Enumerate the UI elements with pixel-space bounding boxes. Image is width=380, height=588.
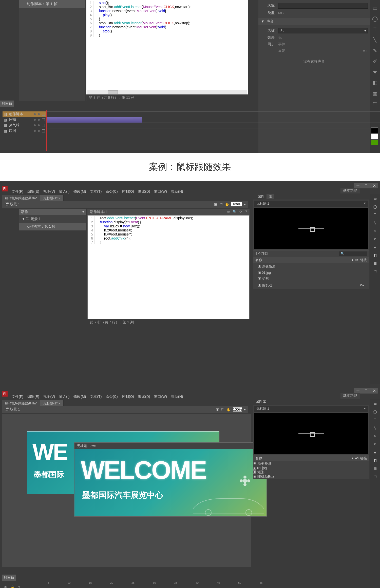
panel-tab[interactable]: 库 xyxy=(262,400,266,404)
library-item[interactable]: ▣ 矩形 xyxy=(253,470,369,475)
library-item[interactable]: ▣ 随机动Box xyxy=(253,282,369,289)
help-icon[interactable]: ? xyxy=(245,210,247,214)
tool-icon[interactable]: ★ xyxy=(373,450,377,454)
zoom-input[interactable]: 100% xyxy=(233,407,242,411)
tool-icon[interactable]: ╲ xyxy=(374,426,376,430)
tool-icon[interactable]: ◧ xyxy=(373,253,377,257)
sync-value[interactable]: 事件 xyxy=(278,42,285,47)
menu-item[interactable]: 控制(O) xyxy=(120,394,136,400)
menu-item[interactable]: 控制(O) xyxy=(120,189,136,194)
code-area[interactable]: 1 root.addEventListener(Event.ENTER_FRAM… xyxy=(87,215,250,319)
tool-icon[interactable]: T xyxy=(374,213,376,217)
library-item[interactable]: ▣ 矩形 xyxy=(253,276,369,282)
workspace-select[interactable]: 基本功能 xyxy=(340,188,360,193)
panel-tab[interactable]: 属性 xyxy=(255,194,267,199)
tool-icon[interactable]: ▦ xyxy=(372,90,378,96)
timeline-tracks[interactable] xyxy=(46,111,380,134)
hand-icon[interactable]: ✋ xyxy=(225,202,229,206)
edit-scene-icon[interactable]: ▣ xyxy=(214,202,217,206)
tween-region[interactable] xyxy=(46,117,142,123)
tool-icon[interactable]: T xyxy=(374,418,376,422)
menu-item[interactable]: 文件(F) xyxy=(10,394,25,400)
minimize-button[interactable]: ─ xyxy=(354,183,362,188)
edit-symbol-icon[interactable]: ⬚ xyxy=(219,202,223,206)
close-tree-icon[interactable]: ▾ xyxy=(82,210,84,214)
document-tab[interactable]: 无标题-1* × xyxy=(40,400,64,407)
menu-item[interactable]: 插入(I) xyxy=(58,189,71,194)
layer-row[interactable]: ▤动作脚本 xyxy=(3,111,46,117)
wrench-icon[interactable]: ⟳ xyxy=(239,210,242,214)
menu-item[interactable]: 帮助(H) xyxy=(169,189,184,194)
hand-icon[interactable]: ✋ xyxy=(226,407,231,411)
menu-item[interactable]: 编辑(E) xyxy=(26,189,41,194)
tool-icon[interactable]: ✐ xyxy=(373,442,376,446)
menu-item[interactable]: 命令(C) xyxy=(104,394,119,400)
library-item[interactable]: ▣ 随机动Box xyxy=(253,475,369,479)
type-value[interactable]: MC xyxy=(278,11,284,15)
menu-item[interactable]: 文本(T) xyxy=(88,394,103,400)
stage[interactable]: WE 墨都国际 无标题-1.swf ─ □ ✕ WELCOME 墨都国际汽车展览… xyxy=(2,414,251,567)
maximize-button[interactable]: □ xyxy=(362,388,370,394)
swf-preview-window[interactable]: 无标题-1.swf ─ □ ✕ WELCOME 墨都国际汽车展览中心 xyxy=(74,442,267,517)
tool-icon[interactable]: ▭ xyxy=(372,5,378,11)
panel-tab[interactable]: 库 xyxy=(267,194,274,199)
tree-scene[interactable]: ▾ 🎬 场景 1 xyxy=(19,215,86,223)
library-doc-select[interactable]: 无标题-1 ▾ xyxy=(254,201,368,207)
swatch-green[interactable] xyxy=(371,140,378,145)
tool-icon[interactable]: ★ xyxy=(373,245,377,249)
actionscript-editor[interactable]: 1 stop();2 start_Btn.addEventListener(Mo… xyxy=(86,0,248,101)
close-button[interactable]: ✕ xyxy=(370,388,378,394)
menu-item[interactable]: 调试(D) xyxy=(137,394,151,400)
timeline[interactable]: 时间轴 510152025303540455055 👁 🔒 □ xyxy=(2,575,251,588)
tool-icon[interactable]: ╲ xyxy=(374,221,376,225)
panel-tab[interactable]: 属性 xyxy=(255,400,262,404)
tool-icon[interactable]: ◯ xyxy=(373,410,377,414)
tool-icon[interactable]: ★ xyxy=(372,69,378,75)
lib-name-col[interactable]: 名称 xyxy=(255,456,262,461)
name-input[interactable] xyxy=(278,3,368,9)
zoom-input[interactable]: 100% xyxy=(231,202,242,206)
close-button[interactable]: ✕ xyxy=(370,183,378,188)
menu-item[interactable]: 视图(V) xyxy=(42,394,57,400)
lock-icon[interactable]: 🔒 xyxy=(11,585,14,588)
tool-icon[interactable]: ╲ xyxy=(372,37,378,43)
tool-icon[interactable]: ◯ xyxy=(373,205,377,209)
edit-scene-icon[interactable]: ▣ xyxy=(216,407,219,411)
tool-icon[interactable]: ✐ xyxy=(372,58,378,64)
tool-icon[interactable]: ⬚ xyxy=(372,101,378,107)
menu-item[interactable]: 命令(C) xyxy=(104,189,119,194)
library-item[interactable]: ▣ 渐变矩形 xyxy=(253,461,369,466)
menu-item[interactable]: 文本(T) xyxy=(88,189,103,194)
tool-icon[interactable]: ▭ xyxy=(373,402,377,406)
workspace-select[interactable]: 基本功能 xyxy=(340,393,360,399)
scene-name[interactable]: 场景 1 xyxy=(10,407,20,411)
document-tab[interactable]: 制作鼠标跟随效果.fla* xyxy=(2,400,40,407)
menu-item[interactable]: 插入(I) xyxy=(58,394,71,400)
menu-item[interactable]: 调试(D) xyxy=(137,189,151,194)
tool-icon[interactable]: ◧ xyxy=(372,80,378,86)
layer-row[interactable]: ▤底图 xyxy=(3,128,46,134)
library-doc-select[interactable]: 无标题-1 ▾ xyxy=(254,406,368,412)
tool-icon[interactable]: ✎ xyxy=(373,229,376,233)
document-tab[interactable]: 制作鼠标跟随效果.fla* xyxy=(2,195,40,202)
menu-item[interactable]: 视图(V) xyxy=(42,189,57,194)
eye-icon[interactable]: 👁 xyxy=(4,585,7,588)
swatch-white[interactable] xyxy=(371,133,378,139)
maximize-button[interactable]: □ xyxy=(362,183,370,188)
menu-item[interactable]: 修改(M) xyxy=(72,189,87,194)
layer-row[interactable]: ▤热气球 xyxy=(3,123,46,128)
library-item[interactable]: ▣ 01.jpg xyxy=(253,466,369,470)
tool-icon[interactable]: ◯ xyxy=(372,16,378,22)
menu-item[interactable]: 文件(F) xyxy=(10,189,25,194)
lib-name-col[interactable]: 名称 xyxy=(255,258,262,262)
tool-icon[interactable]: ⬚ xyxy=(373,269,377,273)
find-icon[interactable]: 🔍 xyxy=(233,210,237,214)
tool-icon[interactable]: ▭ xyxy=(373,197,377,201)
tool-icon[interactable]: ✎ xyxy=(373,434,376,438)
document-tab[interactable]: 无标题-1* × xyxy=(40,195,64,202)
tool-icon[interactable]: ⬚ xyxy=(373,475,377,479)
menu-item[interactable]: 编辑(E) xyxy=(26,394,41,400)
menu-item[interactable]: 帮助(H) xyxy=(169,394,184,400)
library-item[interactable]: ▣ 渐变矩形 xyxy=(253,263,369,270)
tool-icon[interactable]: ✎ xyxy=(372,48,378,54)
